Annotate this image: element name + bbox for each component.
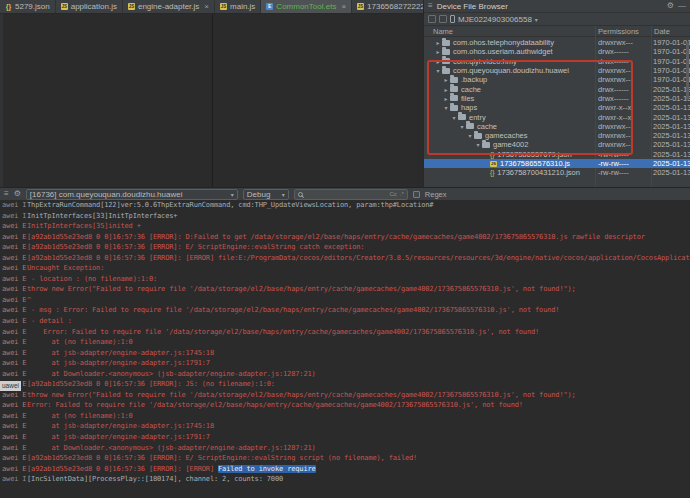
chevron-down-icon[interactable]: ▾ (535, 16, 538, 23)
log-message: ^ (27, 295, 690, 306)
tree-row-cache[interactable]: ▾cachedrwxrwx---2025-01-13 1 (424, 122, 690, 131)
file-permissions: drwx------ (598, 47, 629, 56)
tree-row-17367586557679-json[interactable]: {}17367586557679.json-rw-rw----2025-01-1… (424, 150, 690, 159)
tree-row-entry[interactable]: ▾entrydrwxr-x--x2025-01-13 1 (424, 112, 690, 121)
tree-row-com-ohos-telephonydataability[interactable]: ▸com.ohos.telephonydataabilitydrwxrwx---… (424, 38, 690, 47)
tree-row-com-qiyi-video-hmy[interactable]: ▸com.qiyi.video.hmydrwx------1970-01-01 … (424, 57, 690, 66)
log-message: [IncSilentData][ProcessPlay::[180174], c… (27, 474, 690, 485)
close-icon[interactable]: × (341, 3, 346, 10)
log-output[interactable]: awei IThpExtraRunCommand[122]ver:5.0.6Th… (0, 200, 690, 498)
folder-icon (442, 40, 450, 46)
regex-checkbox[interactable] (413, 191, 420, 198)
chevron-down-icon[interactable]: ▾ (466, 132, 474, 139)
log-line: awei Ethrow new Error("Failed to require… (0, 390, 690, 401)
log-tag: awei E (0, 284, 27, 295)
tab-label: 5279.json (15, 2, 50, 11)
log-message: [a92ab1d55e23ed8 0 0]16:57:36 [ERROR]: D… (27, 232, 690, 243)
minimize-icon[interactable]: — (678, 2, 686, 10)
editor-split-divider[interactable] (212, 14, 213, 187)
tree-row-cache[interactable]: ▸cachedrwx------2025-01-13 1 (424, 84, 690, 93)
folder-icon (442, 49, 450, 55)
tab-173656827222226-js[interactable]: JS173656827222226.js (352, 0, 423, 13)
tree-row-173675865576310-js[interactable]: JS173675865576310.js-rw-rw----2025-01-13… (424, 159, 690, 168)
tree-row-com-queyouquan-doudizhu-huawei[interactable]: ▾com.queyouquan.doudizhu.huaweidrwxrwx--… (424, 66, 690, 75)
log-tag: awei E (0, 453, 27, 464)
log-line: awei E - location : (no filename):1:0: (0, 274, 690, 285)
file-permissions: -rw-rw---- (598, 159, 629, 168)
file-permissions: drwxr-x--x (598, 113, 631, 122)
chevron-right-icon[interactable]: ▸ (434, 39, 442, 46)
tree-row-haps[interactable]: ▾hapsdrwxr-x--x2025-01-13 1 (424, 103, 690, 112)
close-icon[interactable]: × (204, 3, 209, 10)
chevron-down-icon[interactable]: ▾ (458, 123, 466, 130)
file-date: 2025-01-13 1 (653, 122, 690, 131)
tree-row-com-ohos-useriam-authwidget[interactable]: ▸com.ohos.useriam.authwidgetdrwx------19… (424, 47, 690, 56)
log-tag: awei E (0, 221, 27, 232)
tab-application-js[interactable]: JSapplication.js (56, 0, 123, 13)
folder-icon (450, 86, 458, 92)
file-permissions: drwxrwx--- (598, 38, 633, 47)
editor-area[interactable] (0, 14, 423, 187)
log-line: awei E at jsb-adapter/engine-adapter.js:… (0, 358, 690, 369)
chevron-down-icon[interactable]: ▾ (474, 141, 482, 148)
log-message: [a92ab1d55e23ed8 0 0]16:57:36 [ERROR]: [… (27, 253, 690, 264)
log-message: Error: Failed to require file '/data/sto… (27, 400, 690, 411)
chevron-down-icon[interactable]: ▾ (450, 114, 458, 121)
log-search-input[interactable] (306, 190, 387, 199)
chevron-down-icon[interactable]: ▾ (434, 67, 442, 74)
log-line: awei E Error: Failed to require file '/d… (0, 327, 690, 338)
tab-engine-adapter-js[interactable]: JSengine-adapter.js× (123, 0, 215, 13)
tab-label: engine-adapter.js (138, 2, 199, 11)
file-permissions: drwx------ (598, 57, 629, 66)
gear-icon[interactable]: ⚙ (14, 190, 21, 198)
process-selector[interactable]: [16736] com.queyouquan.doudizhu.huawei ▾ (26, 189, 238, 200)
file-name: com.ohos.useriam.authwidget (453, 47, 553, 56)
chevron-right-icon[interactable]: ▸ (442, 95, 450, 102)
tree-row-gamecaches[interactable]: ▾gamecachesdrwxrwx---2025-01-13 1 (424, 131, 690, 140)
log-message: at jsb-adapter/engine-adapter.js:1745:18 (27, 348, 690, 359)
log-tag: awei E (0, 305, 27, 316)
json-file-icon: {} (490, 151, 494, 158)
log-tag: awei E (0, 327, 27, 338)
log-message: [a92ab1d55e23ed8 0 0]16:57:36 [ERROR]: E… (27, 453, 690, 464)
log-line: awei E at (no filename):1:0 (0, 411, 690, 422)
tab-main-js[interactable]: JSmain.js (215, 0, 261, 13)
column-name[interactable]: Name (433, 27, 453, 36)
tree-row-files[interactable]: ▸filesdrwx------2025-01-13 1 (424, 94, 690, 103)
log-tag: awei I (0, 200, 27, 211)
panel-menu-icon[interactable]: ≡ (428, 2, 433, 10)
column-date[interactable]: Date (654, 27, 670, 36)
chevron-right-icon[interactable]: ▸ (434, 48, 442, 55)
log-line: awei E[a92ab1d55e23ed8 0 0]16:57:36 [ERR… (0, 379, 690, 390)
chevron-down-icon[interactable]: ▾ (442, 104, 450, 111)
chevron-right-icon[interactable]: ▸ (434, 58, 442, 65)
tree-scrollbar[interactable] (686, 42, 689, 100)
regex-icon[interactable]: .* (400, 191, 404, 197)
js-file-icon: JS (490, 161, 497, 167)
chevron-right-icon[interactable]: ▸ (442, 86, 450, 93)
settings-icon[interactable]: ⚙ (667, 2, 674, 10)
tree-row-1736758700431210-json[interactable]: {}1736758700431210.json-rw-rw----2025-01… (424, 168, 690, 177)
filter-icon[interactable]: ≡ (4, 190, 9, 198)
folder-icon (442, 68, 450, 74)
upload-icon[interactable] (428, 15, 436, 23)
device-selector[interactable]: MJE0224903006558 (458, 15, 532, 24)
tree-row-game4002[interactable]: ▾game4002drwxrwx---2025-01-13 1 (424, 140, 690, 149)
tool-window-chip[interactable]: uawei (0, 381, 21, 391)
search-icon (298, 192, 303, 197)
log-toolbar: ≡ ⚙ [16736] com.queyouquan.doudizhu.huaw… (0, 187, 690, 200)
log-line: awei EInitTpInterfaces[35]inited + (0, 221, 690, 232)
match-case-icon[interactable]: Cc (389, 191, 396, 197)
chevron-right-icon[interactable]: ▸ (442, 76, 450, 83)
tree-row-backup[interactable]: ▸.backupdrwxrwx---1970-01-01 0 (424, 75, 690, 84)
download-icon[interactable] (439, 15, 447, 23)
tab-5279-json[interactable]: {}5279.json (0, 0, 56, 13)
log-tag: awei E (0, 369, 27, 380)
tab-commontool-ets[interactable]: ECommonTool.ets× (261, 0, 352, 13)
log-tag: awei E (0, 443, 27, 454)
log-level-selector[interactable]: Debug ▾ (243, 189, 289, 200)
log-line: awei E at jsb-adapter/engine-adapter.js:… (0, 421, 690, 432)
column-permissions[interactable]: Permissions (598, 27, 639, 36)
log-message: - location : (no filename):1:0: (27, 274, 690, 285)
file-date: 2025-01-13 1 (653, 113, 690, 122)
